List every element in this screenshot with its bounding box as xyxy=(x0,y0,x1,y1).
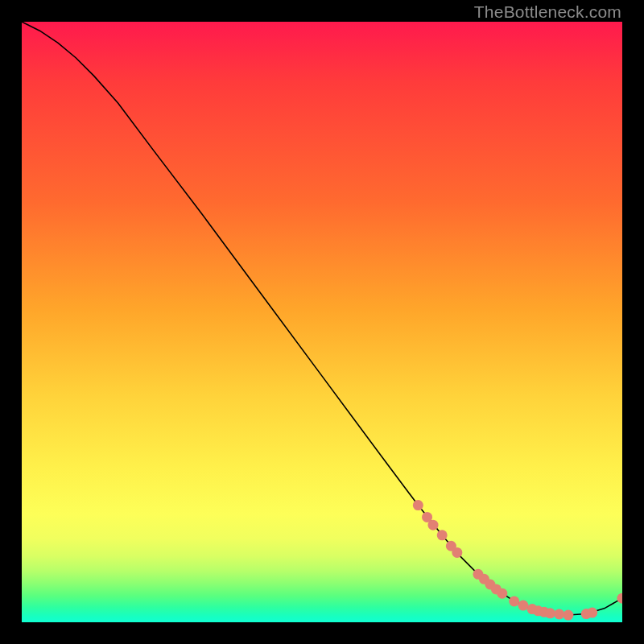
data-marker xyxy=(452,547,462,558)
marker-group xyxy=(413,500,622,621)
data-marker xyxy=(413,500,423,510)
data-marker xyxy=(437,530,448,540)
plot-area xyxy=(22,22,622,622)
data-marker xyxy=(545,608,555,618)
chart-overlay xyxy=(22,22,622,622)
data-marker xyxy=(518,601,528,611)
data-marker xyxy=(617,593,623,604)
watermark-text: TheBottleneck.com xyxy=(474,2,621,22)
data-marker xyxy=(497,588,507,599)
data-marker xyxy=(554,609,564,619)
data-marker xyxy=(587,608,597,618)
data-marker xyxy=(563,610,573,621)
data-marker xyxy=(428,520,439,530)
data-marker xyxy=(509,596,519,606)
chart-canvas: TheBottleneck.com xyxy=(0,0,644,644)
bottleneck-curve xyxy=(22,22,622,615)
